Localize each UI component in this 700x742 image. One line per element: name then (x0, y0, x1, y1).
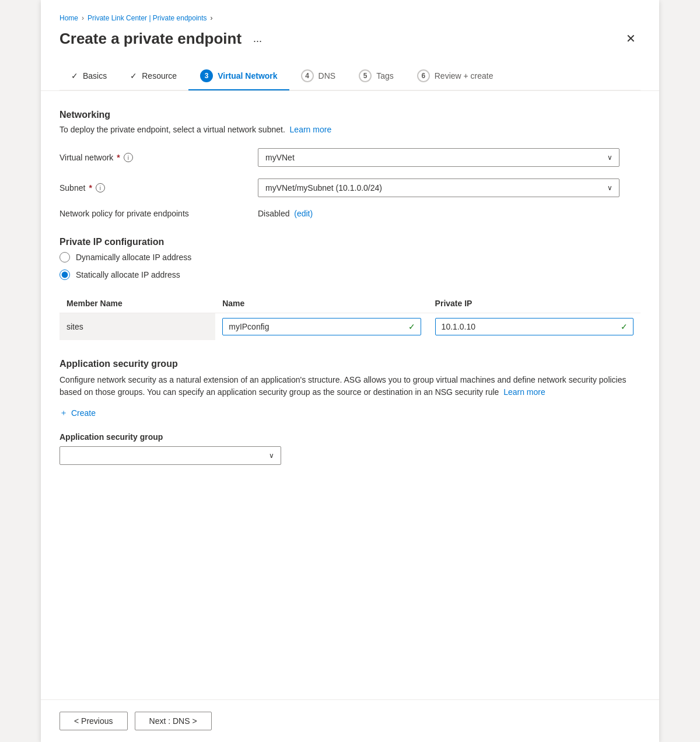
virtual-network-select-wrapper: myVNet ∨ (258, 148, 620, 167)
tab-dns-label: DNS (318, 71, 336, 80)
asg-learn-more-link[interactable]: Learn more (503, 387, 545, 397)
title-left: Create a private endpoint ... (60, 30, 267, 48)
tab-review-create[interactable]: 6 Review + create (405, 62, 505, 90)
resource-check-icon: ✓ (130, 71, 137, 80)
ip-table-header-row: Member Name Name Private IP (60, 294, 640, 313)
radio-dynamic-label: Dynamically allocate IP address (76, 253, 191, 262)
breadcrumb-home[interactable]: Home (60, 14, 78, 22)
tab-tags-label: Tags (376, 71, 394, 80)
tabs-nav: ✓ Basics ✓ Resource 3 Virtual Network 4 … (60, 62, 640, 90)
virtual-network-label: Virtual network * i (60, 153, 258, 162)
networking-title: Networking (60, 110, 640, 120)
network-policy-value: Disabled (edit) (258, 209, 313, 218)
name-check-icon: ✓ (408, 322, 415, 331)
tab-tags-circle: 5 (359, 69, 372, 82)
breadcrumb: Home › Private Link Center | Private end… (60, 14, 640, 22)
radio-dynamic[interactable]: Dynamically allocate IP address (60, 252, 640, 262)
col-header-name: Name (215, 294, 428, 313)
ip-check-icon: ✓ (621, 322, 628, 331)
ip-config-table: Member Name Name Private IP sites ✓ (60, 294, 640, 340)
asg-select-wrapper: ∨ (60, 446, 281, 465)
private-ip-input[interactable] (435, 318, 634, 335)
network-policy-label: Network policy for private endpoints (60, 209, 258, 218)
networking-desc: To deploy the private endpoint, select a… (60, 125, 640, 134)
close-button[interactable]: ✕ (621, 29, 640, 48)
panel-header: Home › Private Link Center | Private end… (41, 0, 659, 91)
tab-basics[interactable]: ✓ Basics (60, 64, 118, 89)
tab-virtual-network[interactable]: 3 Virtual Network (188, 62, 289, 90)
previous-button[interactable]: < Previous (60, 712, 128, 730)
subnet-info-icon[interactable]: i (96, 183, 105, 192)
asg-field-label: Application security group (60, 432, 640, 442)
asg-create-label: Create (71, 408, 96, 418)
vnet-info-icon[interactable]: i (124, 153, 133, 162)
tab-review-circle: 6 (417, 69, 430, 82)
subnet-required: * (89, 183, 92, 192)
tab-review-label: Review + create (435, 71, 494, 80)
tab-resource[interactable]: ✓ Resource (118, 64, 188, 89)
col-header-member: Member Name (60, 294, 215, 313)
radio-dynamic-input[interactable] (60, 252, 70, 262)
col-header-ip: Private IP (428, 294, 640, 313)
title-row: Create a private endpoint ... ✕ (60, 29, 640, 48)
asg-create-button[interactable]: ＋ Create (60, 408, 640, 418)
radio-static[interactable]: Statically allocate IP address (60, 270, 640, 280)
table-row: sites ✓ ✓ (60, 313, 640, 341)
basics-check-icon: ✓ (71, 71, 78, 80)
radio-static-label: Statically allocate IP address (76, 270, 180, 279)
panel: Home › Private Link Center | Private end… (41, 0, 659, 742)
ip-config-radio-group: Dynamically allocate IP address Statical… (60, 252, 640, 280)
asg-desc: Configure network security as a natural … (60, 374, 640, 398)
asg-create-plus-icon: ＋ (60, 408, 68, 418)
tab-vnet-label: Virtual Network (218, 71, 277, 80)
tab-basics-label: Basics (83, 71, 107, 80)
page-title: Create a private endpoint (60, 30, 242, 48)
tab-tags[interactable]: 5 Tags (347, 62, 405, 90)
network-policy-row: Network policy for private endpoints Dis… (60, 209, 640, 218)
subnet-label: Subnet * i (60, 183, 258, 192)
subnet-select[interactable]: myVNet/mySubnet (10.1.0.0/24) (258, 178, 620, 197)
cell-private-ip: ✓ (428, 313, 640, 341)
ip-config-title: Private IP configuration (60, 237, 640, 247)
name-input-wrapper: ✓ (222, 318, 421, 335)
ellipsis-button[interactable]: ... (249, 30, 267, 47)
panel-footer: < Previous Next : DNS > (41, 699, 659, 742)
virtual-network-select[interactable]: myVNet (258, 148, 620, 167)
main-content: Networking To deploy the private endpoin… (41, 91, 659, 484)
breadcrumb-sep-1: › (82, 14, 84, 22)
vnet-required: * (117, 153, 120, 162)
name-input[interactable] (222, 318, 421, 335)
learn-more-link[interactable]: Learn more (290, 125, 332, 134)
cell-name: ✓ (215, 313, 428, 341)
subnet-row: Subnet * i myVNet/mySubnet (10.1.0.0/24)… (60, 178, 640, 197)
tab-dns[interactable]: 4 DNS (289, 62, 348, 90)
subnet-select-wrapper: myVNet/mySubnet (10.1.0.0/24) ∨ (258, 178, 620, 197)
breadcrumb-sep-2: › (211, 14, 213, 22)
tab-resource-label: Resource (142, 71, 177, 80)
next-button[interactable]: Next : DNS > (135, 712, 212, 730)
network-policy-edit-link[interactable]: (edit) (294, 209, 313, 218)
cell-member-name: sites (60, 313, 215, 341)
ip-input-wrapper: ✓ (435, 318, 634, 335)
breadcrumb-private-link[interactable]: Private Link Center | Private endpoints (88, 14, 207, 22)
tab-vnet-circle: 3 (200, 69, 213, 82)
asg-select[interactable] (60, 446, 281, 465)
radio-static-input[interactable] (60, 270, 70, 280)
tab-dns-circle: 4 (301, 69, 314, 82)
virtual-network-row: Virtual network * i myVNet ∨ (60, 148, 640, 167)
asg-title: Application security group (60, 359, 640, 369)
